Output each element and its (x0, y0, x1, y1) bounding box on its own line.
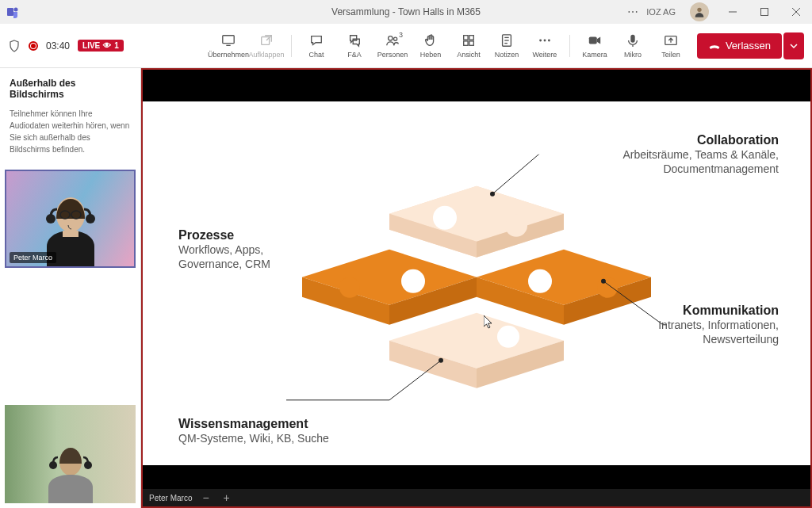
svg-rect-7 (223, 36, 234, 44)
svg-point-37 (401, 269, 425, 292)
window-title: Versammlung - Town Halls in M365 (331, 6, 481, 17)
label-wissen-desc: QM-Systeme, Wiki, KB, Suche (178, 431, 329, 445)
notes-button[interactable]: Notizen (488, 27, 525, 65)
slide-footer: Peter Marco − + (143, 489, 810, 506)
svg-point-21 (543, 40, 546, 42)
more-button[interactable]: Weitere (527, 27, 563, 65)
camera-button[interactable]: Kamera (576, 27, 613, 65)
hangup-icon (708, 40, 721, 52)
live-badge: LIVE👁1 (78, 40, 124, 52)
qa-icon (347, 33, 362, 48)
participant-tile-active[interactable]: Peter Marco (5, 170, 136, 268)
svg-rect-12 (464, 36, 468, 40)
label-collaboration-desc: Arbeitsräume, Teams & Kanäle, Documentma… (573, 147, 779, 176)
mic-button[interactable]: Mikro (615, 27, 651, 65)
svg-point-34 (84, 461, 92, 469)
svg-point-36 (505, 214, 527, 236)
svg-point-1 (14, 8, 18, 12)
maximize-button[interactable] (749, 0, 780, 24)
people-button[interactable]: 3 Personen (374, 27, 411, 65)
more-icon (538, 33, 552, 48)
svg-point-39 (528, 269, 552, 292)
take-control-button[interactable]: Übernehmen (210, 27, 247, 65)
more-menu[interactable]: ⋯ (619, 6, 646, 18)
svg-rect-13 (469, 36, 473, 40)
svg-point-22 (548, 40, 550, 42)
people-icon (385, 33, 400, 48)
label-wissen-title: Wissensmanagement (178, 417, 329, 431)
camera-icon (588, 33, 602, 48)
svg-point-41 (497, 325, 519, 347)
svg-point-33 (49, 461, 57, 469)
puzzle-diagram (286, 154, 667, 423)
participant-video (39, 440, 102, 503)
chat-button[interactable]: Chat (298, 27, 335, 65)
window-title-bar: Versammlung - Town Halls in M365 ⋯ IOZ A… (0, 0, 812, 24)
participant-sidebar: Außerhalb des Bildschirms Teilnehmer kön… (0, 68, 141, 508)
notes-icon (500, 33, 514, 48)
label-kommunikation-title: Kommunikation (596, 304, 779, 318)
svg-point-20 (539, 40, 542, 42)
qa-button[interactable]: F&A (336, 27, 373, 65)
svg-rect-0 (7, 8, 13, 16)
svg-point-10 (389, 36, 393, 40)
chevron-down-icon (790, 42, 798, 50)
popout-icon (259, 33, 274, 48)
svg-point-2 (697, 8, 701, 12)
sidebar-heading: Außerhalb des Bildschirms (10, 78, 131, 100)
minimize-button[interactable] (717, 0, 749, 24)
org-label: IOZ AG (646, 7, 676, 17)
svg-line-42 (492, 154, 548, 193)
leave-button[interactable]: Verlassen (697, 33, 782, 59)
share-icon (664, 33, 678, 48)
svg-point-31 (86, 214, 95, 223)
participant-tile[interactable] (5, 405, 136, 503)
zoom-in-button[interactable]: + (219, 491, 233, 504)
svg-point-30 (46, 214, 56, 223)
svg-rect-24 (630, 35, 634, 43)
raise-hand-button[interactable]: Heben (412, 27, 449, 65)
teams-icon (6, 6, 19, 18)
zoom-out-button[interactable]: − (198, 491, 213, 504)
label-prozesse-title: Prozesse (178, 228, 313, 243)
recording-indicator (29, 41, 38, 51)
grid-icon (462, 33, 476, 48)
svg-point-35 (433, 205, 457, 229)
svg-point-47 (601, 278, 606, 283)
chat-icon (309, 33, 324, 48)
share-button[interactable]: Teilen (653, 27, 689, 65)
svg-point-50 (439, 357, 443, 362)
screen-icon (221, 33, 236, 48)
svg-rect-4 (761, 9, 768, 16)
user-avatar[interactable] (690, 2, 709, 21)
hand-icon (423, 33, 438, 48)
svg-rect-23 (589, 37, 597, 44)
leave-dropdown[interactable] (783, 32, 804, 59)
sidebar-description: Teilnehmer können Ihre Audiodaten weiter… (10, 108, 131, 155)
svg-rect-14 (464, 41, 468, 45)
person-icon (693, 6, 706, 18)
presenter-name: Peter Marco (149, 494, 192, 502)
close-button[interactable] (780, 0, 812, 24)
svg-point-40 (597, 277, 618, 297)
participant-name: Peter Marco (10, 252, 56, 263)
meeting-toolbar: 03:40 LIVE👁1 Übernehmen Aufklappen Chat … (0, 24, 812, 68)
svg-point-44 (490, 191, 495, 196)
meeting-timer: 03:40 (46, 40, 70, 52)
svg-point-38 (339, 277, 360, 297)
view-button[interactable]: Ansicht (450, 27, 487, 65)
presentation-slide: Collaboration Arbeitsräume, Teams & Kanä… (143, 101, 810, 465)
mic-icon (626, 33, 640, 48)
svg-rect-15 (469, 41, 473, 45)
svg-point-11 (393, 37, 396, 40)
popout-button[interactable]: Aufklappen (248, 27, 285, 65)
label-collaboration-title: Collaboration (573, 133, 779, 147)
shield-icon[interactable] (8, 40, 21, 52)
shared-content: Collaboration Arbeitsräume, Teams & Kanä… (141, 68, 812, 508)
label-prozesse-desc: Workflows, Apps, Governance, CRM (178, 243, 313, 271)
label-kommunikation-desc: Intranets, Informationen, Newsverteilung (596, 318, 779, 346)
